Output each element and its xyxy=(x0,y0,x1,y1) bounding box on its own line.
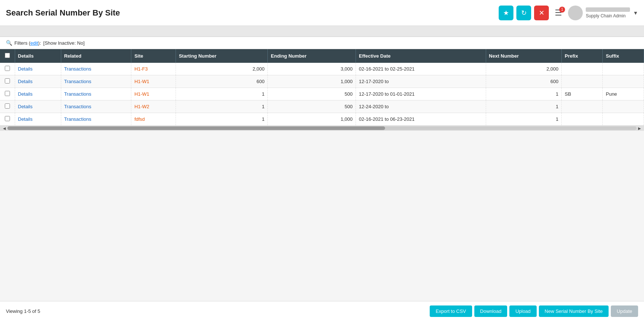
row-checkbox[interactable] xyxy=(5,78,10,83)
row-checkbox-cell xyxy=(0,113,15,126)
row-ending-number: 1,000 xyxy=(268,75,356,88)
header-actions: ★ ↻ ✕ ☰ 1 Supply Chain Admin ▼ xyxy=(499,6,638,20)
details-link[interactable]: Details xyxy=(18,116,33,122)
col-ending-number: Ending Number xyxy=(268,49,356,63)
row-related: Transactions xyxy=(61,63,131,75)
row-suffix xyxy=(603,100,644,113)
data-table: Details Related Site Starting Number End… xyxy=(0,49,644,126)
row-ending-number: 500 xyxy=(268,100,356,113)
details-link[interactable]: Details xyxy=(18,104,33,109)
col-effective-date: Effective Date xyxy=(356,49,486,63)
row-ending-number: 500 xyxy=(268,88,356,100)
details-link[interactable]: Details xyxy=(18,66,33,72)
scroll-track[interactable] xyxy=(7,126,637,130)
filters-label: Filters (edit): xyxy=(14,40,41,46)
row-checkbox-cell xyxy=(0,88,15,100)
page-title: Search Serial Number By Site xyxy=(6,8,120,18)
row-prefix xyxy=(562,113,603,126)
user-menu[interactable]: Supply Chain Admin ▼ xyxy=(568,6,638,20)
user-role: Supply Chain Admin xyxy=(586,13,626,18)
col-next-number: Next Number xyxy=(486,49,561,63)
row-effective-date: 12-17-2020 to xyxy=(356,75,486,88)
menu-badge: 1 xyxy=(559,7,565,13)
row-checkbox-cell xyxy=(0,63,15,75)
menu-button[interactable]: ☰ 1 xyxy=(552,7,565,19)
site-link[interactable]: H1-W1 xyxy=(134,79,149,84)
col-suffix: Suffix xyxy=(603,49,644,63)
row-checkbox[interactable] xyxy=(5,91,10,96)
filters-value: [Show Inactive: No] xyxy=(43,40,84,46)
refresh-icon: ↻ xyxy=(521,9,527,17)
row-next-number: 1 xyxy=(486,113,561,126)
row-starting-number: 2,000 xyxy=(176,63,267,75)
details-link[interactable]: Details xyxy=(18,91,33,97)
refresh-button[interactable]: ↻ xyxy=(516,6,531,20)
star-icon: ★ xyxy=(503,9,509,17)
select-all-checkbox[interactable] xyxy=(5,53,10,58)
row-suffix xyxy=(603,63,644,75)
row-site: H1-W1 xyxy=(131,75,176,88)
col-prefix: Prefix xyxy=(562,49,603,63)
row-site: H1-W1 xyxy=(131,88,176,100)
row-related: Transactions xyxy=(61,113,131,126)
row-effective-date: 02-16-2021 to 02-25-2021 xyxy=(356,63,486,75)
row-ending-number: 3,000 xyxy=(268,63,356,75)
table-body: Details Transactions H1-F3 2,000 3,000 0… xyxy=(0,63,644,126)
table-row: Details Transactions fdfsd 1 1,000 02-16… xyxy=(0,113,644,126)
row-site: H1-W2 xyxy=(131,100,176,113)
site-link[interactable]: H1-F3 xyxy=(134,66,148,72)
row-checkbox[interactable] xyxy=(5,66,10,71)
horizontal-scrollbar[interactable]: ◀ ▶ xyxy=(0,126,644,131)
col-site: Site xyxy=(131,49,176,63)
row-related: Transactions xyxy=(61,88,131,100)
col-details: Details xyxy=(15,49,61,63)
site-link[interactable]: H1-W2 xyxy=(134,104,149,109)
row-starting-number: 1 xyxy=(176,113,267,126)
row-effective-date: 12-24-2020 to xyxy=(356,100,486,113)
row-starting-number: 600 xyxy=(176,75,267,88)
details-link[interactable]: Details xyxy=(18,79,33,84)
filters-bar: 🔍 Filters (edit): [Show Inactive: No] xyxy=(0,37,644,49)
row-prefix: SB xyxy=(562,88,603,100)
row-site: fdfsd xyxy=(131,113,176,126)
table-row: Details Transactions H1-F3 2,000 3,000 0… xyxy=(0,63,644,75)
scroll-left-arrow[interactable]: ◀ xyxy=(1,126,7,130)
row-suffix: Pune xyxy=(603,88,644,100)
transactions-link[interactable]: Transactions xyxy=(64,66,91,72)
filters-edit-link[interactable]: edit xyxy=(30,40,38,46)
row-suffix xyxy=(603,113,644,126)
row-checkbox-cell xyxy=(0,100,15,113)
transactions-link[interactable]: Transactions xyxy=(64,104,91,109)
site-link[interactable]: fdfsd xyxy=(134,116,145,122)
row-starting-number: 1 xyxy=(176,100,267,113)
data-table-container: Details Related Site Starting Number End… xyxy=(0,49,644,126)
row-checkbox-cell xyxy=(0,75,15,88)
site-link[interactable]: H1-W1 xyxy=(134,91,149,97)
col-related: Related xyxy=(61,49,131,63)
row-next-number: 1 xyxy=(486,100,561,113)
user-name-blur xyxy=(586,7,630,12)
row-site: H1-F3 xyxy=(131,63,176,75)
row-prefix xyxy=(562,75,603,88)
header: Search Serial Number By Site ★ ↻ ✕ ☰ 1 S… xyxy=(0,0,644,26)
table-row: Details Transactions H1-W2 1 500 12-24-2… xyxy=(0,100,644,113)
row-checkbox[interactable] xyxy=(5,116,10,121)
transactions-link[interactable]: Transactions xyxy=(64,91,91,97)
scroll-right-arrow[interactable]: ▶ xyxy=(637,126,643,130)
row-starting-number: 1 xyxy=(176,88,267,100)
user-info: Supply Chain Admin xyxy=(586,7,630,18)
close-button[interactable]: ✕ xyxy=(534,6,549,20)
row-prefix xyxy=(562,63,603,75)
row-next-number: 2,000 xyxy=(486,63,561,75)
transactions-link[interactable]: Transactions xyxy=(64,79,91,84)
favorite-button[interactable]: ★ xyxy=(499,6,513,20)
chevron-down-icon: ▼ xyxy=(633,10,638,16)
col-checkbox xyxy=(0,49,15,63)
scroll-thumb[interactable] xyxy=(7,126,385,130)
table-row: Details Transactions H1-W1 600 1,000 12-… xyxy=(0,75,644,88)
row-prefix xyxy=(562,100,603,113)
row-details: Details xyxy=(15,113,61,126)
row-checkbox[interactable] xyxy=(5,103,10,109)
row-details: Details xyxy=(15,88,61,100)
transactions-link[interactable]: Transactions xyxy=(64,116,91,122)
